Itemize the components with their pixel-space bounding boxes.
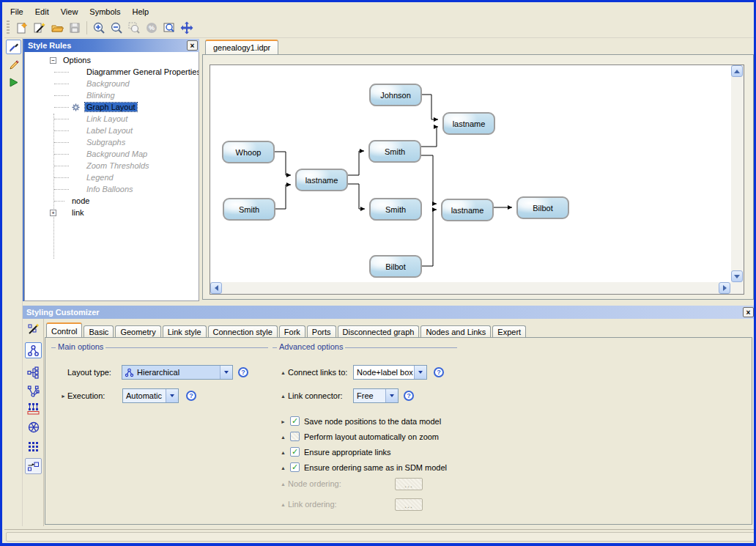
expander-up-icon[interactable]: ▲	[281, 435, 286, 440]
tab-basic[interactable]: Basic	[84, 325, 114, 338]
radial-layout-button[interactable]	[25, 383, 42, 399]
expand-icon[interactable]	[50, 210, 56, 216]
node-lastname-center[interactable]: lastname	[295, 169, 348, 191]
toolbar-grip[interactable]	[7, 21, 10, 35]
new-document-button[interactable]	[14, 20, 30, 36]
menu-file[interactable]: File	[4, 6, 29, 18]
tree-item-zoom-thresholds[interactable]: Zoom Thresholds	[25, 160, 199, 171]
tab-disconnected-graph[interactable]: Disconnected graph	[338, 325, 420, 338]
execution-combo[interactable]: Automatic	[122, 388, 179, 403]
tree-item-blinking[interactable]: Blinking	[25, 89, 199, 101]
help-icon[interactable]: ?	[186, 391, 196, 401]
style-rules-titlebar[interactable]: Style Rules ×	[24, 39, 199, 52]
help-icon[interactable]: ?	[434, 367, 444, 377]
scroll-right-icon[interactable]	[719, 282, 730, 294]
ensure-ordering-checkbox[interactable]	[290, 462, 300, 472]
grid-bus-layout-button[interactable]	[25, 401, 42, 417]
tree-item-label-layout[interactable]: Label Layout	[25, 125, 199, 136]
close-icon[interactable]: ×	[743, 307, 754, 317]
scroll-left-icon[interactable]	[210, 282, 222, 294]
tree-layout-button[interactable]	[25, 364, 42, 380]
tree-item-background[interactable]: Background	[25, 78, 199, 89]
diagram-links	[210, 65, 731, 282]
perform-layout-on-zoom-checkbox[interactable]	[290, 432, 300, 441]
help-icon[interactable]: ?	[238, 367, 248, 377]
node-johnson[interactable]: Johnson	[369, 84, 422, 106]
pan-button[interactable]	[179, 20, 195, 36]
node-bilbot-bottom[interactable]: Bilbot	[369, 255, 422, 278]
save-node-positions-checkbox[interactable]	[290, 416, 300, 426]
zoom-out-button[interactable]	[108, 20, 125, 36]
tree-item-diagrammer-general-properties[interactable]: Diagrammer General Properties	[25, 66, 199, 78]
chevron-down-icon[interactable]	[166, 389, 178, 402]
tree-item-graph-layout[interactable]: Graph Layout	[25, 101, 199, 113]
expander-up-icon[interactable]: ▲	[281, 450, 286, 455]
tree-item-node[interactable]: node	[25, 195, 199, 207]
run-button[interactable]	[7, 76, 21, 88]
tree-item-link[interactable]: link	[25, 207, 199, 218]
tab-ports[interactable]: Ports	[307, 325, 336, 338]
edit-pencil-button[interactable]	[7, 59, 21, 72]
tab-nodes-and-links[interactable]: Nodes and Links	[420, 325, 491, 338]
tree-item-info-balloons[interactable]: Info Balloons	[25, 183, 199, 195]
expander-up-icon[interactable]: ▲	[281, 394, 286, 399]
menu-symbols[interactable]: Symbols	[84, 6, 126, 18]
layout-wand-button[interactable]	[25, 322, 42, 336]
help-icon[interactable]: ?	[404, 391, 414, 401]
node-smith-left[interactable]: Smith	[223, 198, 275, 221]
tree-item-options[interactable]: Options	[25, 54, 199, 66]
tab-connection-style[interactable]: Connection style	[208, 325, 278, 338]
expander-right-icon[interactable]: ►	[61, 394, 66, 399]
node-smith-middle[interactable]: Smith	[368, 140, 421, 163]
layout-type-combo[interactable]: Hierarchical	[122, 365, 233, 380]
tab-fork[interactable]: Fork	[279, 325, 305, 338]
tree-item-legend[interactable]: Legend	[25, 171, 199, 183]
fit-contents-button[interactable]	[161, 20, 177, 36]
open-folder-icon	[51, 21, 64, 34]
tab-expert[interactable]: Expert	[492, 325, 526, 338]
link-layout-button[interactable]	[25, 458, 42, 474]
styling-customizer-titlebar[interactable]: Styling Customizer ×	[23, 306, 755, 319]
scroll-down-icon[interactable]	[731, 270, 743, 282]
ensure-appropriate-links-checkbox[interactable]	[290, 447, 300, 457]
open-button[interactable]	[49, 20, 65, 36]
node-lastname-top[interactable]: lastname	[442, 112, 495, 135]
chevron-down-icon[interactable]	[220, 366, 232, 379]
wizard-button[interactable]	[32, 20, 48, 36]
menu-help[interactable]: Help	[127, 6, 155, 18]
tab-control[interactable]: Control	[46, 322, 82, 338]
v-scrollbar[interactable]	[731, 65, 744, 282]
h-scrollbar[interactable]	[210, 282, 731, 294]
link-connector-combo[interactable]: Free	[353, 388, 399, 403]
hierarchical-layout-button[interactable]	[25, 342, 42, 358]
grid-layout-button[interactable]	[25, 438, 42, 454]
tree-item-subgraphs[interactable]: Subgraphs	[25, 136, 199, 148]
close-icon[interactable]: ×	[187, 40, 198, 51]
tree-item-link-layout[interactable]: Link Layout	[25, 113, 199, 125]
node-bilbot-right[interactable]: Bilbot	[516, 196, 569, 219]
node-whoop[interactable]: Whoop	[222, 141, 275, 163]
expander-up-icon[interactable]: ▲	[281, 465, 286, 471]
chevron-down-icon[interactable]	[414, 366, 426, 379]
connect-links-combo[interactable]: Node+label box	[353, 365, 427, 380]
circular-layout-button[interactable]	[25, 419, 42, 435]
node-smith-lower[interactable]: Smith	[369, 198, 422, 221]
status-bar	[4, 529, 756, 543]
tab-link-style[interactable]: Link style	[163, 325, 207, 338]
tab-geometry[interactable]: Geometry	[115, 325, 160, 338]
menu-edit[interactable]: Edit	[29, 6, 55, 18]
expander-right-icon[interactable]: ►	[281, 419, 286, 424]
tab-genealogy1[interactable]: genealogy1.idpr	[205, 40, 278, 54]
zoom-in-button[interactable]	[91, 20, 107, 36]
scroll-up-icon[interactable]	[731, 65, 743, 77]
circular-layout-icon	[27, 421, 40, 434]
diagram-canvas[interactable]: Johnson lastname Whoop Smith lastname Sm…	[210, 65, 731, 282]
style-brush-button[interactable]	[6, 40, 21, 54]
menu-view[interactable]: View	[55, 6, 84, 18]
node-lastname-right[interactable]: lastname	[441, 199, 494, 221]
chevron-down-icon[interactable]	[385, 389, 398, 402]
tree-item-background-map[interactable]: Background Map	[25, 148, 199, 160]
expander-up-icon[interactable]: ▲	[281, 370, 286, 375]
fit-contents-icon	[163, 21, 176, 34]
collapse-icon[interactable]	[50, 57, 56, 64]
